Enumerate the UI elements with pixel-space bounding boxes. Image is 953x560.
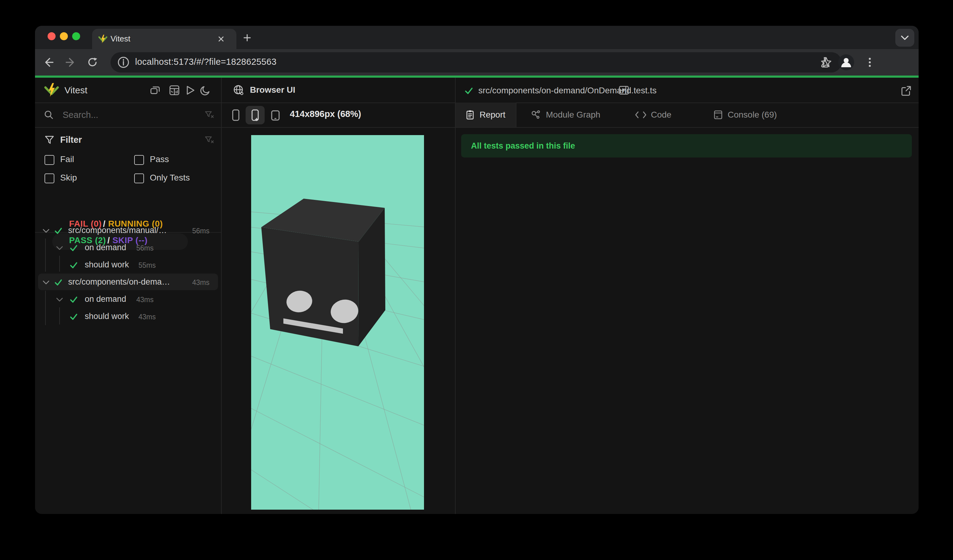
preview-panel-title: Browser UI xyxy=(250,85,295,95)
globe-icon xyxy=(233,84,244,96)
menu-kebab-icon[interactable] xyxy=(864,56,875,68)
tree-label: should work xyxy=(85,260,129,270)
checkbox-pass[interactable] xyxy=(134,155,144,165)
back-icon[interactable] xyxy=(43,57,54,68)
filter-title: Filter xyxy=(60,135,82,145)
pass-check-icon xyxy=(54,226,63,235)
tree-label: on demand xyxy=(85,295,126,304)
checkbox-skip-label[interactable]: Skip xyxy=(60,173,77,183)
tree-label: src/components/on-dema… xyxy=(68,277,170,287)
new-tab-button[interactable] xyxy=(242,33,252,42)
checkbox-skip[interactable] xyxy=(45,174,54,183)
tree-time: 55ms xyxy=(138,261,156,270)
tested-app-viewport[interactable] xyxy=(251,135,424,510)
tab-module-graph-label: Module Graph xyxy=(546,110,600,120)
tree-label: src/components/manual/… xyxy=(68,226,167,235)
clear-filter-icon[interactable] xyxy=(205,135,214,145)
tree-time: 43ms xyxy=(136,296,154,304)
device-phone-plus-icon xyxy=(250,109,260,121)
tab-console-label: Console (69) xyxy=(728,110,777,120)
test-file-path: src/components/on-demand/OnDemand.test.t… xyxy=(478,86,657,96)
tree-time: 56ms xyxy=(136,244,154,252)
tree-time: 56ms xyxy=(192,227,210,235)
dock-windows-icon[interactable] xyxy=(150,85,161,96)
search-input[interactable]: Search... xyxy=(63,110,98,120)
tree-row-file-on-demand[interactable]: src/components/on-dema… 43ms xyxy=(35,274,221,291)
tree-time: 43ms xyxy=(138,313,156,321)
console-icon xyxy=(713,110,723,120)
banner-text: All tests passed in this file xyxy=(471,141,575,151)
module-graph-icon xyxy=(531,109,542,120)
tree-row-test-should-work-2[interactable]: should work 43ms xyxy=(35,308,221,326)
chevron-down-icon[interactable] xyxy=(56,296,63,303)
maximize-window-button[interactable] xyxy=(72,32,80,40)
tree-time: 43ms xyxy=(192,278,210,287)
checkbox-only-tests-label[interactable]: Only Tests xyxy=(150,173,190,183)
report-clipboard-icon xyxy=(465,110,475,120)
tab-search-button[interactable] xyxy=(895,29,914,47)
test-progress-bar xyxy=(35,76,919,78)
checkbox-fail[interactable] xyxy=(45,155,54,165)
checkbox-fail-label[interactable]: Fail xyxy=(60,154,74,164)
experiments-flask-icon[interactable] xyxy=(819,56,831,68)
app-title: Vitest xyxy=(64,85,87,96)
close-tab-icon[interactable] xyxy=(217,35,225,43)
code-icon xyxy=(635,110,647,119)
tree-row-test-should-work-1[interactable]: should work 55ms xyxy=(35,257,221,274)
pass-check-icon xyxy=(69,261,78,270)
pass-check-icon xyxy=(69,295,78,304)
browser-window: Vitest l xyxy=(35,26,919,514)
device-tablet-icon[interactable] xyxy=(270,110,281,121)
minimize-window-button[interactable] xyxy=(60,32,68,40)
device-phone-icon[interactable] xyxy=(231,109,241,121)
tab-report-label: Report xyxy=(480,110,505,120)
tab-divider xyxy=(516,102,517,127)
file-pass-check-icon xyxy=(464,86,473,96)
dark-mode-moon-icon[interactable] xyxy=(200,85,211,96)
chevron-down-icon[interactable] xyxy=(42,228,50,234)
filter-funnel-icon xyxy=(44,135,55,145)
tree-row-file-manual[interactable]: src/components/manual/… 56ms xyxy=(35,222,221,239)
site-info-icon[interactable] xyxy=(117,56,130,68)
tab-title: Vitest xyxy=(110,34,130,43)
browser-toolbar: localhost:5173/#/?file=1828625563 xyxy=(35,49,919,76)
all-tests-passed-banner: All tests passed in this file xyxy=(461,134,912,158)
tab-code[interactable]: Code xyxy=(635,102,672,127)
profile-avatar[interactable] xyxy=(838,54,854,70)
sidebar: Vitest Search... xyxy=(35,78,221,514)
browser-tab[interactable]: Vitest xyxy=(92,29,236,49)
url-text: localhost:5173/#/?file=1828625563 xyxy=(135,57,276,67)
reload-icon[interactable] xyxy=(87,57,98,68)
viewport-dimensions: 414x896px (68%) xyxy=(290,109,361,119)
chevron-down-icon[interactable] xyxy=(56,245,63,251)
tab-module-graph[interactable]: Module Graph xyxy=(531,102,600,127)
pass-check-icon xyxy=(69,313,78,321)
close-window-button[interactable] xyxy=(48,32,56,40)
tree-row-suite-on-demand-1[interactable]: on demand 56ms xyxy=(35,239,221,257)
tree-label: on demand xyxy=(85,243,126,252)
tab-code-label: Code xyxy=(651,110,672,120)
checkbox-pass-label[interactable]: Pass xyxy=(150,154,169,164)
chevron-down-icon xyxy=(900,34,909,41)
address-bar[interactable]: localhost:5173/#/?file=1828625563 xyxy=(110,52,841,73)
tab-report[interactable]: Report xyxy=(465,102,505,127)
tree-label: should work xyxy=(85,312,129,321)
vitest-logo xyxy=(43,82,60,98)
run-all-icon[interactable] xyxy=(185,85,196,96)
clear-search-filter-icon[interactable] xyxy=(205,110,214,120)
vitest-favicon xyxy=(98,34,108,44)
tree-row-suite-on-demand-2[interactable]: on demand 43ms xyxy=(35,291,221,308)
open-external-icon[interactable] xyxy=(900,85,912,97)
tab-console[interactable]: Console (69) xyxy=(713,102,777,127)
cube-front-face xyxy=(261,227,359,346)
chevron-down-icon[interactable] xyxy=(42,279,50,285)
results-panel: src/components/on-demand/OnDemand.test.t… xyxy=(456,78,919,514)
tab-strip: Vitest xyxy=(35,26,919,49)
pass-check-icon xyxy=(69,244,78,252)
dashboard-icon[interactable] xyxy=(169,85,180,96)
vitest-app: Vitest Search... xyxy=(35,78,919,514)
pass-check-icon xyxy=(54,278,63,287)
checkbox-only-tests[interactable] xyxy=(134,174,144,183)
forward-icon[interactable] xyxy=(65,57,76,68)
device-phone-plus-selected[interactable] xyxy=(245,106,265,124)
